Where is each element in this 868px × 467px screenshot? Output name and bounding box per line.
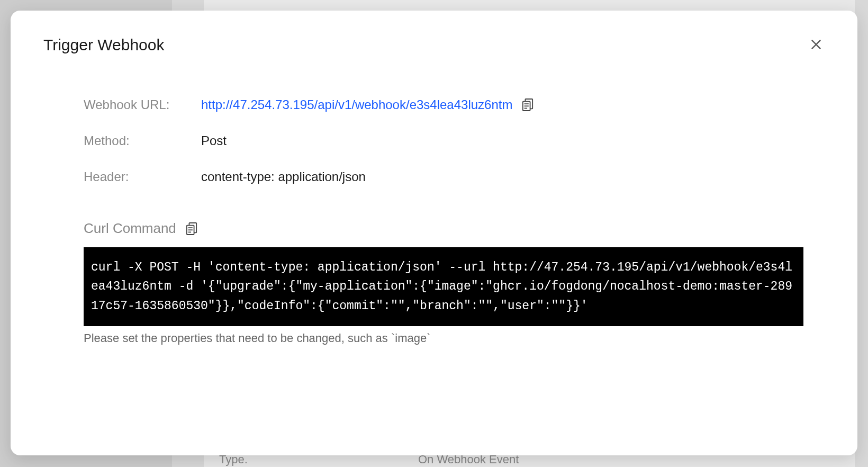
curl-code-block[interactable]: curl -X POST -H 'content-type: applicati… — [84, 247, 803, 326]
header-row: Header: content-type: application/json — [84, 169, 825, 184]
method-value: Post — [201, 133, 227, 148]
modal-content: Webhook URL: http://47.254.73.195/api/v1… — [43, 54, 825, 345]
close-button[interactable] — [808, 36, 825, 53]
header-label: Header: — [84, 169, 201, 184]
curl-help-text: Please set the properties that need to b… — [84, 331, 825, 345]
webhook-url-row: Webhook URL: http://47.254.73.195/api/v1… — [84, 97, 825, 112]
method-row: Method: Post — [84, 133, 825, 148]
curl-section-heading: Curl Command — [84, 220, 825, 237]
modal-header: Trigger Webhook — [43, 36, 825, 54]
webhook-url-label: Webhook URL: — [84, 97, 201, 112]
webhook-url-value[interactable]: http://47.254.73.195/api/v1/webhook/e3s4… — [201, 97, 512, 112]
copy-icon — [186, 222, 197, 236]
header-value: content-type: application/json — [201, 169, 366, 184]
curl-section-title: Curl Command — [84, 220, 176, 237]
copy-curl-button[interactable] — [186, 222, 197, 236]
trigger-webhook-modal: Trigger Webhook Webhook URL: http://47.2… — [11, 11, 857, 455]
close-icon — [809, 38, 823, 51]
copy-url-button[interactable] — [522, 98, 534, 112]
modal-title: Trigger Webhook — [43, 36, 164, 54]
copy-icon — [522, 98, 534, 112]
method-label: Method: — [84, 133, 201, 148]
